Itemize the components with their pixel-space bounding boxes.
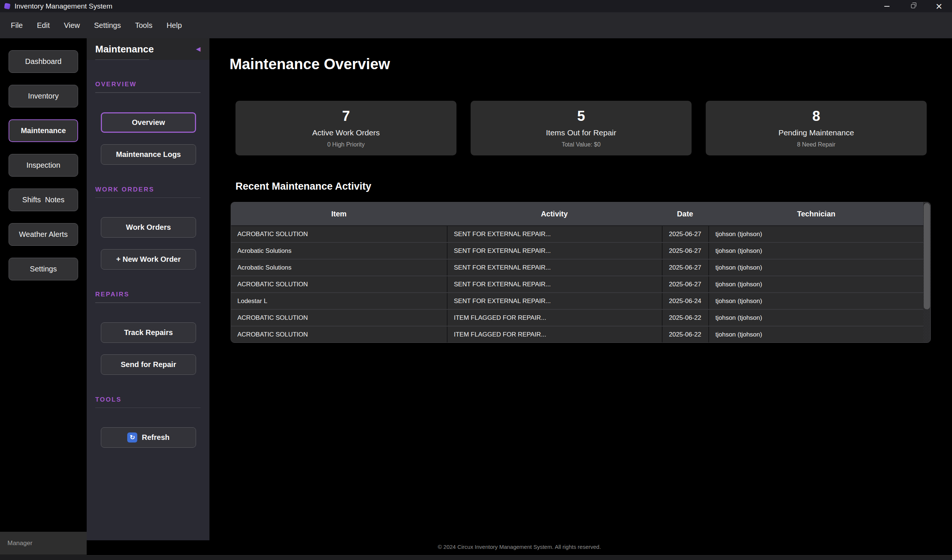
activity-table: ItemActivityDateTechnician ACROBATIC SOL… [231, 202, 931, 343]
menu-item-help[interactable]: Help [159, 18, 189, 33]
maintenance-panel: Maintenance ◀ OVERVIEW Overview Maintena… [87, 38, 209, 540]
titlebar: Inventory Management System × [0, 0, 952, 12]
collapse-panel-icon[interactable]: ◀ [196, 46, 201, 52]
table-cell: ACROBATIC SOLUTION [231, 310, 447, 326]
minimize-button[interactable] [874, 0, 900, 12]
page-title: Maintenance Overview [230, 56, 390, 73]
stat-value: 5 [577, 108, 585, 124]
sidebar-item-inspection[interactable]: Inspection [9, 154, 78, 177]
sidebar-item-weather-alerts[interactable]: Weather Alerts [9, 223, 78, 246]
minimize-icon [884, 6, 890, 7]
table-cell: tjohson (tjohson) [708, 226, 917, 242]
panel-section-label: TOOLS [95, 396, 209, 403]
table-scrollbar[interactable] [923, 202, 930, 342]
panel-button-label: Maintenance Logs [116, 150, 181, 159]
stat-card: 7 Active Work Orders 0 High Priority [235, 101, 456, 156]
panel-section: TOOLS ↻ Refresh [87, 396, 209, 448]
primary-sidebar: DashboardInventoryMaintenanceInspectionS… [0, 38, 87, 560]
sidebar-item-inventory[interactable]: Inventory [9, 85, 78, 108]
panel-body: OVERVIEW Overview Maintenance Logs WORK … [87, 60, 209, 448]
table-body: ACROBATIC SOLUTIONSENT FOR EXTERNAL REPA… [231, 225, 930, 342]
table-cell: SENT FOR EXTERNAL REPAIR... [447, 259, 662, 276]
column-header-item: Item [231, 210, 447, 218]
new-work-order-button[interactable]: + New Work Order [101, 249, 196, 270]
table-cell: ACROBATIC SOLUTION [231, 226, 447, 242]
table-row[interactable]: ACROBATIC SOLUTIONITEM FLAGGED FOR REPAI… [231, 326, 930, 342]
role-status-box: Manager [0, 532, 87, 555]
table-cell: tjohson (tjohson) [708, 327, 917, 342]
table-cell: Lodestar L [231, 293, 447, 309]
app-title: Inventory Management System [14, 2, 112, 11]
menu-item-file[interactable]: File [4, 18, 30, 33]
stat-sublabel: Total Value: $0 [562, 141, 601, 148]
section-divider [95, 302, 201, 303]
table-cell: tjohson (tjohson) [708, 276, 917, 292]
close-button[interactable]: × [926, 0, 952, 12]
stat-label: Pending Maintenance [778, 128, 854, 137]
section-divider [95, 197, 201, 198]
sidebar-item-settings[interactable]: Settings [9, 258, 78, 280]
send-for-repair-button[interactable]: Send for Repair [101, 354, 196, 375]
table-cell: tjohson (tjohson) [708, 259, 917, 276]
column-header-date: Date [662, 210, 708, 218]
track-repairs-button[interactable]: Track Repairs [101, 322, 196, 343]
column-header-activity: Activity [447, 210, 662, 218]
table-row[interactable]: Acrobatic SolutionsSENT FOR EXTERNAL REP… [231, 242, 930, 259]
table-cell: SENT FOR EXTERNAL REPAIR... [447, 226, 662, 242]
stat-sublabel: 8 Need Repair [797, 141, 835, 148]
restore-icon [911, 4, 915, 8]
table-cell: SENT FOR EXTERNAL REPAIR... [447, 243, 662, 259]
table-cell: 2025-06-27 [662, 259, 708, 276]
table-row[interactable]: ACROBATIC SOLUTIONSENT FOR EXTERNAL REPA… [231, 276, 930, 292]
table-header-row: ItemActivityDateTechnician [231, 202, 930, 225]
table-cell: tjohson (tjohson) [708, 310, 917, 326]
panel-section: WORK ORDERS Work Orders + New Work Order [87, 186, 209, 270]
menu-item-edit[interactable]: Edit [30, 18, 57, 33]
table-row[interactable]: Acrobatic SolutionsSENT FOR EXTERNAL REP… [231, 259, 930, 276]
stat-label: Items Out for Repair [546, 128, 616, 137]
panel-button-label: Track Repairs [124, 329, 173, 337]
copyright-text: © 2024 Circux Inventory Management Syste… [87, 544, 952, 550]
table-cell: 2025-06-27 [662, 276, 708, 292]
restore-button[interactable] [900, 0, 926, 12]
panel-title-underline [95, 60, 149, 60]
panel-section-buttons: Work Orders + New Work Order [87, 217, 209, 270]
panel-section: OVERVIEW Overview Maintenance Logs [87, 81, 209, 165]
panel-button-label: Overview [132, 118, 165, 127]
panel-button-label: Send for Repair [121, 360, 176, 369]
bottom-strip [0, 555, 952, 560]
table-cell: Acrobatic Solutions [231, 259, 447, 276]
table-cell: 2025-06-22 [662, 327, 708, 342]
table-cell: ACROBATIC SOLUTION [231, 276, 447, 292]
sidebar-item-shifts-notes[interactable]: Shifts Notes [9, 188, 78, 211]
table-cell: SENT FOR EXTERNAL REPAIR... [447, 276, 662, 292]
panel-section-label: REPAIRS [95, 291, 209, 298]
panel-section-label: OVERVIEW [95, 81, 209, 88]
stat-value: 7 [342, 108, 350, 124]
table-row[interactable]: ACROBATIC SOLUTIONITEM FLAGGED FOR REPAI… [231, 309, 930, 326]
stat-card: 8 Pending Maintenance 8 Need Repair [706, 101, 927, 156]
panel-header: Maintenance ◀ [87, 38, 209, 60]
panel-section-buttons: Track Repairs Send for Repair [87, 322, 209, 375]
menu-item-view[interactable]: View [57, 18, 87, 33]
menu-item-settings[interactable]: Settings [87, 18, 128, 33]
sidebar-item-dashboard[interactable]: Dashboard [9, 50, 78, 73]
table-row[interactable]: Lodestar LSENT FOR EXTERNAL REPAIR...202… [231, 292, 930, 309]
menu-item-tools[interactable]: Tools [128, 18, 159, 33]
table-cell: 2025-06-27 [662, 226, 708, 242]
section-divider [95, 407, 201, 408]
scrollbar-thumb[interactable] [924, 203, 930, 309]
window-controls: × [874, 0, 952, 12]
maintenance-logs-button[interactable]: Maintenance Logs [101, 144, 196, 165]
table-cell: Acrobatic Solutions [231, 243, 447, 259]
role-status-label: Manager [8, 540, 32, 547]
panel-section-label: WORK ORDERS [95, 186, 209, 193]
table-row[interactable]: ACROBATIC SOLUTIONSENT FOR EXTERNAL REPA… [231, 225, 930, 242]
panel-section-buttons: Overview Maintenance Logs [87, 112, 209, 165]
refresh-button[interactable]: ↻ Refresh [101, 427, 196, 448]
refresh-icon: ↻ [127, 432, 137, 443]
activity-section-title: Recent Maintenance Activity [235, 181, 371, 192]
work-orders-button[interactable]: Work Orders [101, 217, 196, 238]
sidebar-item-maintenance[interactable]: Maintenance [9, 119, 78, 142]
overview-button[interactable]: Overview [101, 112, 196, 133]
